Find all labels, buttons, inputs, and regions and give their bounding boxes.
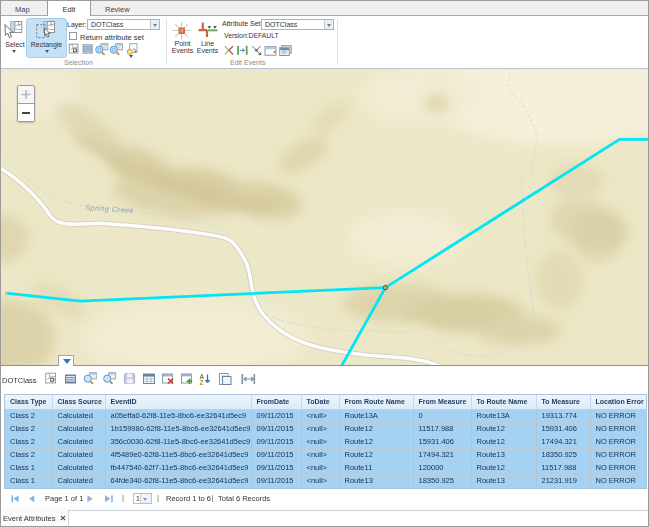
svg-text:Z: Z <box>200 379 204 386</box>
